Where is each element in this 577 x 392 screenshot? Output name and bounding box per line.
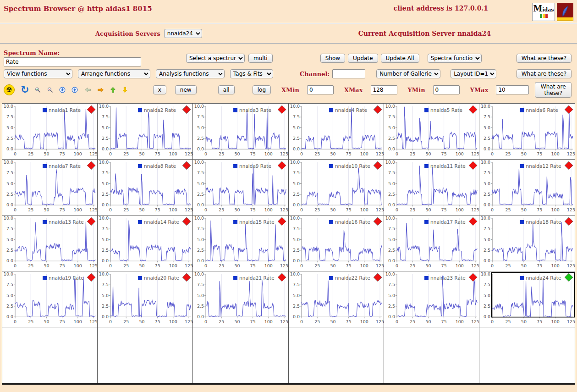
number-of-galleries-dropdown[interactable]: Number of Galleries — [376, 69, 440, 78]
spectrum-chart-cell[interactable]: 10.07.55.02.50.00255075100125nnaida3 Rat… — [193, 104, 288, 160]
spectrum-name-input[interactable] — [4, 57, 141, 66]
spectrum-chart-cell[interactable]: 10.07.55.02.50.00255075100125nnaida8 Rat… — [98, 160, 193, 215]
channel-input[interactable] — [332, 69, 365, 78]
legend-marker-icon — [138, 108, 142, 112]
status-diamond-icon — [278, 105, 286, 114]
pan-down-icon[interactable] — [122, 84, 128, 96]
spectrum-chart-cell[interactable]: 10.07.55.02.50.00255075100125nnaida19 Ra… — [2, 271, 98, 327]
svg-text:75: 75 — [537, 207, 542, 212]
spectrum-chart-cell[interactable]: 10.07.55.02.50.00255075100125nnaida16 Ra… — [289, 215, 384, 271]
spectrum-chart-cell[interactable]: 10.07.55.02.50.00255075100125nnaida14 Ra… — [98, 215, 193, 271]
legend-marker-icon — [43, 276, 47, 280]
svg-text:5.0: 5.0 — [484, 181, 490, 186]
update-button[interactable]: Update — [348, 54, 378, 63]
svg-text:125: 125 — [375, 207, 383, 212]
svg-text:10.0: 10.0 — [4, 104, 13, 109]
all-button[interactable]: all — [218, 85, 235, 94]
svg-text:5.0: 5.0 — [102, 181, 109, 186]
ymin-input[interactable] — [433, 85, 460, 94]
scroll-up-icon[interactable] — [71, 84, 78, 95]
legend-label: nnaida5 Rate — [430, 107, 462, 113]
log-button[interactable]: log — [253, 85, 271, 94]
spectrum-chart-cell[interactable]: 10.07.55.02.50.00255075100125nnaida13 Ra… — [2, 215, 98, 271]
tcl-powered-logo — [557, 3, 573, 21]
svg-text:7.5: 7.5 — [197, 170, 204, 175]
ymin-label: YMin — [408, 87, 425, 94]
what-are-these-button-3[interactable]: What are these? — [535, 82, 572, 98]
legend-marker-icon — [233, 276, 237, 280]
svg-text:10.0: 10.0 — [481, 104, 490, 109]
layout-id-dropdown[interactable]: Layout ID=1 — [451, 69, 496, 78]
spectrum-chart-cell[interactable]: 10.07.55.02.50.00255075100125nnaida23 Ra… — [384, 271, 479, 327]
legend-marker-icon — [233, 220, 237, 224]
zoom-out-icon[interactable] — [47, 85, 53, 95]
select-spectrum-dropdown[interactable]: Select a spectrum — [186, 54, 245, 63]
pan-right-icon[interactable] — [97, 85, 104, 95]
svg-text:5.0: 5.0 — [6, 181, 13, 186]
spectrum-chart-cell[interactable]: 10.07.55.02.50.00255075100125nnaida15 Ra… — [193, 215, 288, 271]
xmin-input[interactable] — [307, 85, 334, 94]
svg-text:0.0: 0.0 — [102, 202, 109, 207]
svg-text:50: 50 — [425, 263, 431, 268]
new-button[interactable]: new — [175, 85, 197, 94]
zoom-in-icon[interactable] — [35, 85, 41, 95]
acquisition-server-select[interactable]: nnaida24 — [164, 29, 202, 38]
status-diamond-icon — [87, 217, 95, 226]
svg-text:125: 125 — [89, 207, 97, 212]
spectrum-chart-cell[interactable]: 10.07.55.02.50.00255075100125nnaida4 Rat… — [289, 104, 384, 160]
spectrum-chart-cell[interactable]: 10.07.55.02.50.00255075100125nnaida12 Ra… — [479, 160, 575, 215]
legend-label: nnaida18 Rate — [526, 219, 561, 225]
view-functions-dropdown[interactable]: View functions — [4, 69, 72, 78]
spectrum-chart-cell[interactable]: 10.07.55.02.50.00255075100125nnaida20 Ra… — [98, 271, 193, 327]
svg-text:100: 100 — [264, 263, 273, 268]
spectra-functions-dropdown[interactable]: Spectra functions — [428, 54, 482, 63]
svg-text:25: 25 — [505, 207, 511, 212]
multi-button[interactable]: multi — [248, 54, 273, 63]
pan-left-icon[interactable] — [84, 85, 91, 95]
spectrum-chart-cell[interactable]: 10.07.55.02.50.00255075100125nnaida7 Rat… — [2, 160, 98, 215]
what-are-these-button-1[interactable]: What are these? — [517, 54, 572, 63]
svg-text:7.5: 7.5 — [484, 170, 490, 175]
legend-label: nnaida2 Rate — [144, 107, 176, 113]
svg-text:75: 75 — [537, 319, 542, 324]
svg-text:0.0: 0.0 — [484, 258, 490, 263]
spectrum-plot: 10.07.55.02.50.00255075100125nnaida8 Rat… — [98, 160, 192, 215]
show-button[interactable]: Show — [320, 54, 345, 63]
arrange-functions-dropdown[interactable]: Arrange functions — [78, 69, 150, 78]
spectrum-chart-cell[interactable]: 10.07.55.02.50.00255075100125nnaida6 Rat… — [479, 104, 575, 160]
spectrum-chart-cell[interactable]: 10.07.55.02.50.00255075100125nnaida2 Rat… — [98, 104, 193, 160]
update-all-button[interactable]: Update All — [381, 54, 419, 63]
refresh-icon[interactable]: ↻ — [21, 85, 29, 95]
svg-text:25: 25 — [410, 151, 415, 156]
empty-gallery-cell — [479, 327, 575, 383]
legend-marker-icon — [138, 164, 142, 168]
spectrum-chart-cell[interactable]: 10.07.55.02.50.00255075100125nnaida17 Ra… — [384, 215, 479, 271]
svg-text:0.0: 0.0 — [102, 258, 109, 263]
spectrum-chart-cell[interactable]: 10.07.55.02.50.00255075100125nnaida22 Ra… — [289, 271, 384, 327]
what-are-these-button-2[interactable]: What are these? — [517, 69, 572, 78]
svg-text:75: 75 — [155, 151, 160, 156]
legend-marker-icon — [520, 164, 524, 168]
spectrum-chart-cell[interactable]: 10.07.55.02.50.00255075100125nnaida11 Ra… — [384, 160, 479, 215]
scroll-down-icon[interactable] — [59, 84, 66, 95]
spectrum-chart-cell[interactable]: 10.07.55.02.50.00255075100125nnaida24 Ra… — [479, 271, 575, 327]
x-button[interactable]: x — [153, 85, 166, 94]
analysis-functions-dropdown[interactable]: Analysis functions — [156, 69, 225, 78]
spectrum-chart-cell[interactable]: 10.07.55.02.50.00255075100125nnaida1 Rat… — [2, 104, 98, 160]
svg-text:5.0: 5.0 — [102, 293, 109, 298]
functions-row: View functions Arrange functions Analysi… — [0, 68, 577, 80]
spectrum-chart-cell[interactable]: 10.07.55.02.50.00255075100125nnaida10 Ra… — [289, 160, 384, 215]
spectrum-chart-cell[interactable]: 10.07.55.02.50.00255075100125nnaida21 Ra… — [193, 271, 288, 327]
spectrum-chart-cell[interactable]: 10.07.55.02.50.00255075100125nnaida9 Rat… — [193, 160, 288, 215]
spectrum-chart-cell[interactable]: 10.07.55.02.50.00255075100125nnaida18 Ra… — [479, 215, 575, 271]
svg-text:25: 25 — [219, 263, 225, 268]
xmax-input[interactable] — [371, 85, 397, 94]
svg-text:5.0: 5.0 — [292, 125, 299, 130]
ymax-input[interactable] — [496, 85, 529, 94]
pan-up-icon[interactable] — [110, 84, 116, 96]
spectrum-chart-cell[interactable]: 10.07.55.02.50.00255075100125nnaida5 Rat… — [384, 104, 479, 160]
radiation-icon[interactable]: ☢ — [4, 84, 15, 95]
tags-fits-dropdown[interactable]: Tags & Fits — [230, 69, 273, 78]
spectrum-plot: 10.07.55.02.50.00255075100125nnaida3 Rat… — [193, 104, 288, 159]
client-address: client address is 127.0.0.1 — [394, 5, 488, 12]
